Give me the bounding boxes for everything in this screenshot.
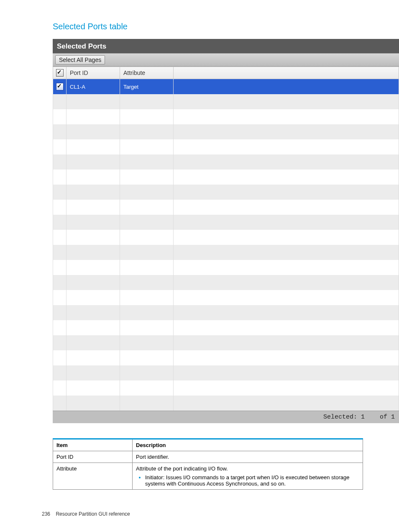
table-row xyxy=(53,320,399,335)
desc-text: Port identifier. xyxy=(133,451,363,463)
chapter-title: Resource Partition GUI reference xyxy=(56,511,130,517)
table-row xyxy=(53,109,399,124)
footer-selected: 1 xyxy=(361,414,365,421)
table-row xyxy=(53,154,399,170)
desc-bullet: Initiator: Issues I/O commands to a targ… xyxy=(145,474,359,487)
select-all-pages-button[interactable]: Select All Pages xyxy=(55,55,105,64)
table-row xyxy=(53,124,399,139)
table-row xyxy=(53,275,399,290)
table-row xyxy=(53,365,399,380)
table-row xyxy=(53,230,399,245)
cell-attribute: Target xyxy=(120,79,174,95)
table-row xyxy=(53,200,399,215)
desc-row: Attribute Attribute of the port indicati… xyxy=(53,463,363,490)
table-row xyxy=(53,245,399,260)
col-port-id[interactable]: Port ID xyxy=(66,67,120,79)
panel-toolbar: Select All Pages xyxy=(53,53,399,67)
table-row xyxy=(53,94,399,109)
ports-table: Port ID Attribute CL1-ATarget xyxy=(53,67,399,411)
col-spacer xyxy=(174,67,399,79)
page-footer: 236 Resource Partition GUI reference xyxy=(42,511,130,517)
table-row xyxy=(53,396,399,411)
description-table: Item Description Port ID Port identifier… xyxy=(53,438,363,490)
panel-title: Selected Ports xyxy=(53,41,399,53)
desc-head-item: Item xyxy=(53,439,133,451)
footer-total: 1 xyxy=(391,414,395,421)
table-row xyxy=(53,139,399,154)
table-row xyxy=(53,290,399,305)
desc-item: Attribute xyxy=(53,463,133,490)
table-row xyxy=(53,305,399,320)
table-row xyxy=(53,185,399,200)
table-row xyxy=(53,260,399,275)
desc-head-desc: Description xyxy=(133,439,363,451)
table-row xyxy=(53,335,399,350)
table-row[interactable]: CL1-ATarget xyxy=(53,79,399,95)
desc-item: Port ID xyxy=(53,451,133,463)
cell-port-id: CL1-A xyxy=(66,79,120,95)
selected-ports-panel: Selected Ports Select All Pages Port ID … xyxy=(53,39,399,423)
page-number: 236 xyxy=(42,511,50,517)
section-title: Selected Ports table xyxy=(53,22,399,31)
table-row xyxy=(53,215,399,230)
col-attribute[interactable]: Attribute xyxy=(120,67,174,79)
table-row xyxy=(53,350,399,365)
desc-row: Port ID Port identifier. xyxy=(53,451,363,463)
row-checkbox-icon[interactable] xyxy=(56,83,64,90)
table-header-row: Port ID Attribute xyxy=(53,67,399,79)
desc-lead: Attribute of the port indicating I/O flo… xyxy=(136,465,228,472)
footer-label: Selected: xyxy=(323,414,357,421)
table-row xyxy=(53,380,399,396)
cell-spacer xyxy=(174,79,399,95)
desc-text: Attribute of the port indicating I/O flo… xyxy=(133,463,363,490)
check-all-icon[interactable] xyxy=(56,69,64,77)
table-footer: Selected: 1 of 1 xyxy=(53,411,399,423)
footer-of: of xyxy=(380,414,387,421)
header-checkbox-cell[interactable] xyxy=(53,67,66,79)
table-row xyxy=(53,170,399,185)
